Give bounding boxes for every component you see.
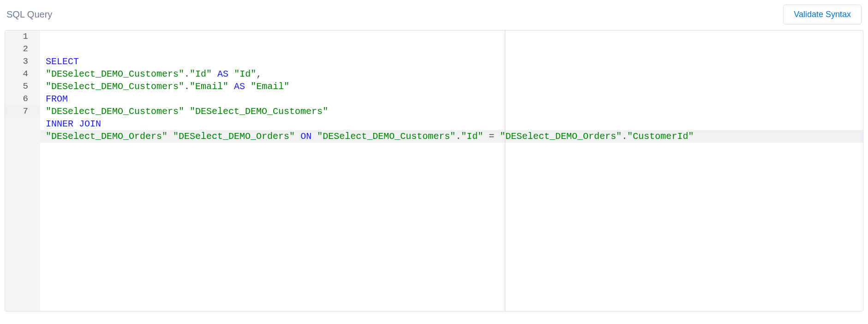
token bbox=[228, 69, 234, 79]
token bbox=[311, 131, 317, 142]
token bbox=[494, 131, 500, 142]
token: "Id" bbox=[461, 131, 483, 142]
token: AS bbox=[217, 69, 228, 79]
code-line[interactable]: FROM bbox=[40, 93, 863, 105]
line-number: 2 bbox=[5, 43, 40, 55]
sql-editor[interactable]: 1234567 SELECT"DESelect_DEMO_Customers".… bbox=[5, 30, 863, 312]
token: AS bbox=[234, 81, 245, 92]
panel-title: SQL Query bbox=[6, 9, 52, 20]
token: "DESelect_DEMO_Customers" bbox=[46, 106, 184, 117]
token: ON bbox=[300, 131, 311, 142]
code-line[interactable]: INNER JOIN bbox=[40, 118, 863, 130]
token bbox=[483, 131, 489, 142]
token: INNER bbox=[46, 119, 73, 129]
line-number: 7 bbox=[5, 105, 40, 118]
line-number: 3 bbox=[5, 55, 40, 68]
token: . bbox=[455, 131, 461, 142]
token bbox=[212, 69, 217, 79]
token: FROM bbox=[46, 94, 68, 104]
print-margin-ruler bbox=[505, 30, 505, 311]
code-area[interactable]: SELECT"DESelect_DEMO_Customers"."Id" AS … bbox=[40, 30, 863, 311]
line-number: 1 bbox=[5, 30, 40, 43]
editor-header: SQL Query Validate Syntax bbox=[5, 5, 863, 24]
token: . bbox=[184, 81, 190, 92]
token: "CustomerId" bbox=[627, 131, 694, 142]
token: "Email" bbox=[251, 81, 289, 92]
token bbox=[295, 131, 300, 142]
code-line[interactable]: SELECT bbox=[40, 55, 863, 68]
code-line[interactable]: "DESelect_DEMO_Customers" "DESelect_DEMO… bbox=[40, 105, 863, 118]
token: JOIN bbox=[79, 119, 101, 129]
token: , bbox=[256, 69, 262, 79]
line-number-gutter: 1234567 bbox=[5, 30, 40, 311]
token: SELECT bbox=[46, 56, 79, 67]
validate-syntax-button[interactable]: Validate Syntax bbox=[783, 5, 862, 24]
token: "Id" bbox=[190, 69, 212, 79]
token: "DESelect_DEMO_Customers" bbox=[317, 131, 455, 142]
token: "DESelect_DEMO_Customers" bbox=[46, 81, 184, 92]
token: "Id" bbox=[234, 69, 256, 79]
token bbox=[245, 81, 251, 92]
code-line[interactable]: "DESelect_DEMO_Customers"."Email" AS "Em… bbox=[40, 80, 863, 93]
token: "DESelect_DEMO_Customers" bbox=[190, 106, 328, 117]
token bbox=[228, 81, 234, 92]
line-number: 4 bbox=[5, 68, 40, 80]
token: . bbox=[622, 131, 627, 142]
token: "Email" bbox=[190, 81, 228, 92]
token: "DESelect_DEMO_Orders" bbox=[500, 131, 622, 142]
token bbox=[73, 119, 79, 129]
token bbox=[184, 106, 190, 117]
token: = bbox=[489, 131, 494, 142]
token: "DESelect_DEMO_Customers" bbox=[46, 69, 184, 79]
token: "DESelect_DEMO_Orders" bbox=[46, 131, 168, 142]
code-line[interactable]: "DESelect_DEMO_Customers"."Id" AS "Id", bbox=[40, 68, 863, 80]
line-number: 5 bbox=[5, 80, 40, 93]
token: "DESelect_DEMO_Orders" bbox=[173, 131, 295, 142]
token: . bbox=[184, 69, 190, 79]
code-line[interactable]: "DESelect_DEMO_Orders" "DESelect_DEMO_Or… bbox=[40, 130, 863, 143]
line-number: 6 bbox=[5, 93, 40, 105]
token bbox=[168, 131, 173, 142]
